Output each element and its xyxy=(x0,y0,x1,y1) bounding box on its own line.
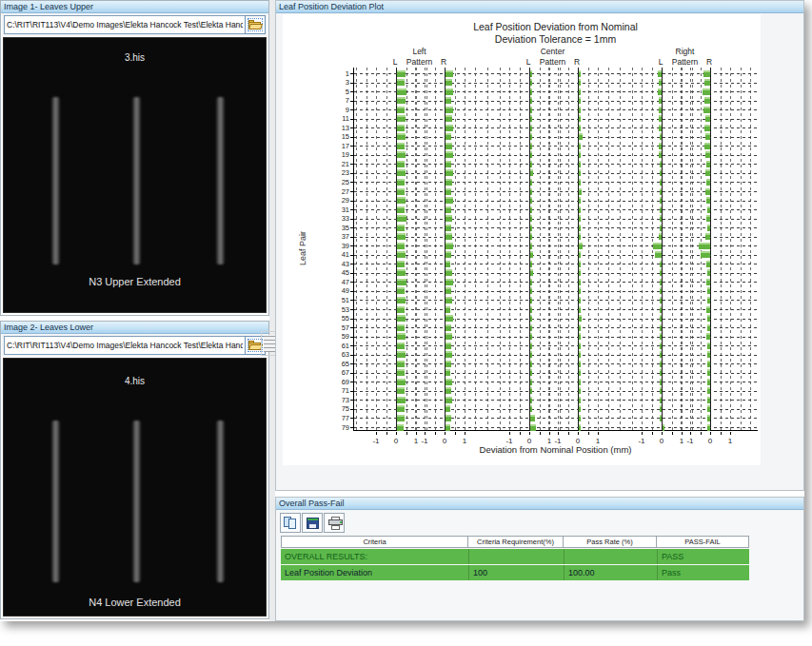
save-button[interactable] xyxy=(302,513,323,533)
vertical-gridline xyxy=(632,68,633,430)
y-axis-label: Leaf Pair xyxy=(298,220,307,277)
deviation-bar xyxy=(446,269,452,276)
pass-rate-value: 100.00 xyxy=(564,565,657,580)
y-tick-label: 51 xyxy=(327,296,349,304)
deviation-bar xyxy=(530,79,532,86)
image2-view[interactable]: 4.his N4 Lower Extended xyxy=(3,358,267,617)
deviation-bar xyxy=(397,287,405,294)
deviation-bar xyxy=(705,115,710,122)
deviation-bar xyxy=(579,151,581,158)
deviation-bar xyxy=(397,306,405,313)
deviation-bar xyxy=(579,197,581,204)
deviation-bar xyxy=(579,397,581,403)
passfail-table-header-row: Criteria Criteria Requirement(%) Pass Ra… xyxy=(281,536,749,548)
deviation-bar xyxy=(530,97,532,104)
column-header-criteria-requirement: Criteria Requirement(%) xyxy=(468,536,564,548)
criteria-name: Leaf Position Deviation xyxy=(281,565,468,580)
y-tick-label: 67 xyxy=(327,368,349,377)
deviation-bar xyxy=(397,343,405,349)
x-tick-mark xyxy=(445,432,446,435)
image2-path-input[interactable] xyxy=(4,336,246,355)
deviation-bar xyxy=(530,243,532,249)
deviation-bar xyxy=(397,251,406,258)
deviation-bar xyxy=(579,324,581,331)
deviation-bar xyxy=(397,243,405,249)
deviation-bar xyxy=(704,97,710,104)
horizontal-gridline xyxy=(354,291,758,292)
y-tick-label: 15 xyxy=(327,132,349,141)
deviation-bar xyxy=(699,243,710,249)
deviation-bar xyxy=(397,324,405,331)
y-tick-mark xyxy=(350,83,353,84)
horizontal-gridline xyxy=(354,173,758,174)
deviation-bar xyxy=(530,306,532,313)
deviation-bar xyxy=(660,188,662,195)
deviation-bar xyxy=(706,161,710,167)
deviation-bar xyxy=(705,169,710,176)
horizontal-gridline xyxy=(354,109,758,110)
image1-path-input[interactable] xyxy=(4,15,246,34)
horizontal-gridline xyxy=(354,101,758,102)
vertical-gridline xyxy=(692,68,693,430)
deviation-bar xyxy=(660,369,662,376)
y-tick-mark xyxy=(350,400,353,401)
horizontal-gridline xyxy=(354,337,758,338)
x-tick-mark xyxy=(672,432,673,435)
vertical-gridline xyxy=(520,68,521,430)
deviation-bar xyxy=(579,107,581,113)
y-tick-mark xyxy=(350,363,353,364)
x-tick-mark xyxy=(642,432,643,435)
deviation-bar xyxy=(446,125,453,131)
deviation-bar xyxy=(397,97,406,104)
deviation-bar xyxy=(397,369,405,376)
deviation-bar xyxy=(530,324,532,331)
deviation-bar xyxy=(579,143,581,149)
deviation-bar xyxy=(660,225,662,231)
row-pass-status: Pass xyxy=(657,565,749,580)
copy-button[interactable] xyxy=(280,513,301,533)
y-tick-mark xyxy=(350,427,353,428)
deviation-bar xyxy=(579,215,581,222)
horizontal-gridline xyxy=(354,345,758,346)
deviation-bar xyxy=(579,415,581,421)
deviation-bar xyxy=(579,361,581,367)
table-row-leaf-position-deviation[interactable]: Leaf Position Deviation 100 100.00 Pass xyxy=(281,565,749,580)
deviation-bar xyxy=(530,315,532,322)
deviation-bar xyxy=(707,397,710,403)
deviation-bar xyxy=(703,107,710,113)
deviation-bar xyxy=(707,387,710,394)
image1-caption: N3 Upper Extended xyxy=(4,276,266,287)
deviation-bar xyxy=(446,97,451,104)
x-tick-mark xyxy=(396,432,397,435)
deviation-bar xyxy=(579,169,581,176)
y-tick-label: 23 xyxy=(327,168,349,177)
x-tick-mark xyxy=(682,432,683,435)
deviation-bar xyxy=(579,161,581,167)
deviation-bar xyxy=(660,133,662,140)
print-button[interactable] xyxy=(324,513,345,533)
deviation-bar xyxy=(530,397,532,403)
horizontal-gridline xyxy=(354,137,758,138)
y-tick-mark xyxy=(350,191,353,192)
deviation-bar xyxy=(659,143,662,149)
table-row-overall-results[interactable]: OVERALL RESULTS: PASS xyxy=(281,549,749,564)
passfail-panel-title: Overall Pass-Fail xyxy=(279,499,345,508)
y-tick-mark xyxy=(350,319,353,320)
deviation-bar xyxy=(660,169,662,176)
deviation-bar xyxy=(530,269,533,276)
deviation-bar xyxy=(530,287,532,294)
x-tick-mark xyxy=(690,432,691,435)
image2-panel-title: Image 2- Leaves Lower xyxy=(4,323,93,332)
image1-view[interactable]: 3.his N3 Upper Extended xyxy=(3,37,267,313)
x-tick-mark xyxy=(386,432,387,435)
y-tick-mark xyxy=(350,409,353,410)
deviation-bar xyxy=(658,70,662,77)
deviation-bar xyxy=(446,387,451,394)
vertical-gridline xyxy=(366,68,367,430)
deviation-bar xyxy=(530,379,532,385)
y-tick-mark xyxy=(350,219,353,220)
image1-browse-button[interactable] xyxy=(245,15,266,34)
x-tick-mark xyxy=(520,432,521,435)
y-tick-mark xyxy=(350,137,353,138)
deviation-bar xyxy=(579,387,581,394)
